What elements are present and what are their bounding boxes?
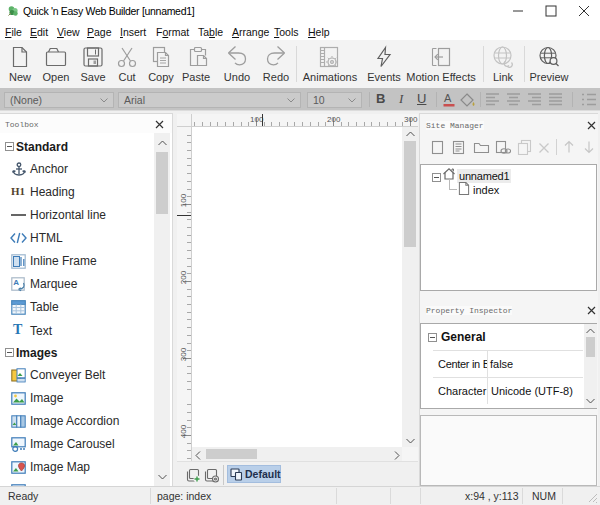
svg-text:A: A	[444, 92, 452, 104]
svg-text:A: A	[13, 278, 19, 287]
